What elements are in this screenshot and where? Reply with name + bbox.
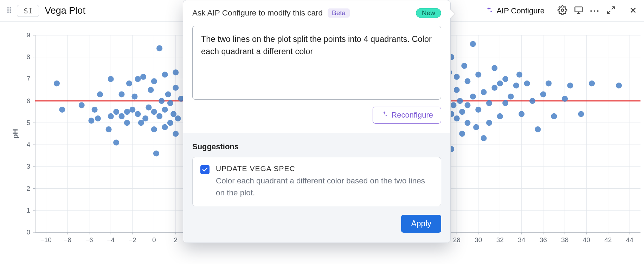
svg-point-205 — [470, 94, 476, 100]
svg-point-212 — [486, 100, 492, 106]
close-icon[interactable] — [629, 6, 638, 16]
svg-text:34: 34 — [518, 236, 526, 244]
svg-point-201 — [465, 102, 471, 108]
svg-point-146 — [151, 109, 157, 115]
svg-text:0: 0 — [152, 236, 156, 244]
svg-point-137 — [129, 107, 135, 113]
beta-badge: Beta — [328, 8, 350, 18]
svg-point-200 — [461, 63, 467, 69]
svg-text:2: 2 — [26, 185, 30, 192]
prompt-input[interactable]: The two lines on the plot split the poin… — [192, 26, 441, 100]
svg-text:42: 42 — [604, 236, 612, 244]
svg-point-144 — [146, 105, 152, 111]
svg-point-227 — [546, 80, 552, 86]
svg-text:4: 4 — [26, 141, 30, 148]
svg-text:36: 36 — [540, 236, 547, 244]
svg-point-155 — [162, 72, 168, 78]
svg-point-154 — [162, 124, 168, 130]
svg-point-149 — [153, 151, 159, 157]
svg-point-232 — [589, 80, 595, 86]
svg-point-140 — [135, 111, 141, 117]
svg-point-148 — [151, 78, 157, 84]
svg-text:9: 9 — [26, 31, 30, 39]
svg-text:2: 2 — [174, 236, 178, 244]
svg-point-132 — [119, 113, 125, 119]
svg-point-143 — [142, 115, 148, 121]
separator — [551, 6, 551, 16]
svg-point-126 — [97, 92, 103, 98]
suggestion-item[interactable]: UPDATE VEGA SPEC Color each quadrant a d… — [192, 157, 441, 206]
sparkle-icon — [381, 111, 388, 120]
svg-text:−2: −2 — [129, 236, 136, 244]
svg-point-204 — [470, 41, 476, 47]
svg-point-160 — [173, 131, 179, 137]
svg-point-147 — [151, 126, 157, 132]
svg-text:32: 32 — [496, 236, 504, 244]
svg-text:6: 6 — [26, 97, 30, 105]
svg-point-152 — [159, 98, 165, 104]
apply-button[interactable]: Apply — [401, 215, 441, 233]
svg-point-211 — [486, 120, 492, 126]
svg-text:5: 5 — [26, 119, 30, 126]
svg-text:3: 3 — [26, 163, 30, 170]
svg-point-142 — [140, 74, 146, 80]
svg-point-134 — [124, 120, 130, 126]
suggestion-description: Color each quadrant a different color ba… — [216, 175, 433, 199]
svg-text:7: 7 — [26, 75, 30, 82]
svg-point-162 — [173, 69, 179, 75]
aip-configure-button[interactable]: AIP Configure — [485, 6, 545, 16]
svg-point-221 — [516, 72, 522, 78]
svg-point-125 — [95, 115, 101, 121]
svg-text:0: 0 — [26, 228, 30, 236]
svg-point-138 — [131, 94, 137, 100]
svg-point-121 — [59, 107, 65, 113]
svg-point-150 — [156, 113, 162, 119]
svg-point-196 — [454, 74, 460, 80]
svg-point-156 — [165, 92, 171, 98]
svg-text:−10: −10 — [40, 236, 52, 244]
svg-point-123 — [88, 118, 94, 124]
svg-point-208 — [475, 72, 481, 78]
svg-point-222 — [519, 111, 524, 117]
sparkle-icon — [485, 6, 493, 16]
svg-point-135 — [124, 109, 130, 115]
svg-point-215 — [497, 80, 503, 86]
suggestion-checkbox[interactable] — [200, 165, 210, 174]
svg-point-139 — [135, 76, 141, 82]
svg-point-217 — [502, 76, 508, 82]
svg-point-131 — [113, 139, 119, 145]
expand-icon[interactable] — [606, 6, 616, 16]
reconfigure-button[interactable]: Reconfigure — [373, 107, 441, 124]
svg-text:40: 40 — [583, 236, 590, 244]
svg-point-209 — [481, 89, 487, 95]
svg-text:44: 44 — [626, 236, 634, 244]
separator — [622, 6, 622, 16]
svg-text:8: 8 — [26, 53, 30, 61]
svg-point-203 — [465, 120, 471, 126]
svg-point-195 — [454, 87, 460, 93]
svg-point-225 — [535, 126, 541, 132]
aip-configure-label: AIP Configure — [496, 6, 545, 15]
svg-point-161 — [173, 85, 179, 91]
svg-point-214 — [491, 65, 497, 71]
svg-point-228 — [551, 113, 557, 119]
svg-point-218 — [502, 100, 508, 106]
svg-point-159 — [170, 111, 176, 117]
popover-title: Ask AIP Configure to modify this card — [192, 8, 323, 18]
drag-handle-icon[interactable]: ⠿ — [6, 6, 11, 15]
svg-point-133 — [119, 92, 125, 98]
svg-point-199 — [459, 109, 465, 115]
svg-point-136 — [126, 80, 132, 86]
svg-text:38: 38 — [561, 236, 568, 244]
svg-text:−8: −8 — [64, 236, 71, 244]
present-icon[interactable] — [574, 5, 584, 17]
svg-point-130 — [113, 109, 119, 115]
svg-point-197 — [457, 98, 463, 104]
settings-icon[interactable] — [558, 5, 567, 17]
aip-popover: Ask AIP Configure to modify this card Be… — [183, 0, 451, 243]
svg-point-219 — [508, 94, 514, 100]
svg-point-206 — [473, 124, 479, 130]
more-icon[interactable]: ··· — [590, 6, 600, 16]
svg-point-141 — [138, 120, 144, 126]
variable-badge[interactable]: $I — [17, 5, 39, 17]
